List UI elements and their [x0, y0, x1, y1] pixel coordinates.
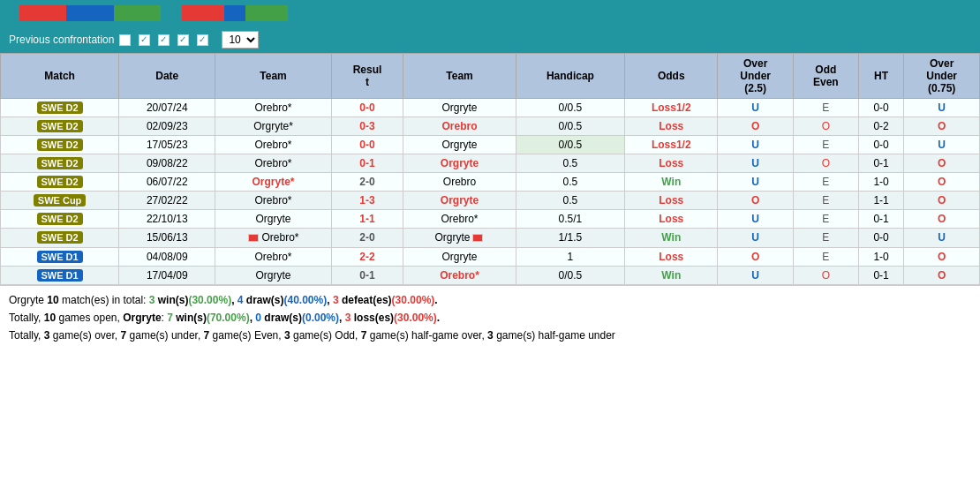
handicap: 0.5/1	[516, 210, 624, 229]
sum-pre1: Orgryte 10 match(es) in total:	[9, 294, 149, 306]
match-date: 27/02/22	[119, 192, 215, 210]
team2-color-bar	[182, 5, 288, 21]
team1-name: Orebro*	[215, 99, 331, 117]
cb2-blue	[224, 5, 245, 21]
match-badge: SWE D2	[1, 154, 119, 173]
summary-line3: Totally, 3 game(s) over, 7 game(s) under…	[9, 327, 971, 344]
filter-row: Previous confrontation 10 20 All	[0, 26, 980, 53]
col-team2: Team	[403, 54, 516, 99]
odds: Loss	[625, 210, 718, 229]
ht-result: 0-1	[858, 154, 904, 173]
table-row: SWE D2 15/06/13 Orebro* 2-0 Orgryte 1/1.…	[1, 229, 980, 248]
odds: Win	[625, 173, 718, 192]
table-row: SWE D2 06/07/22 Orgryte* 2-0 Orebro 0.5 …	[1, 173, 980, 192]
odds: Loss	[625, 117, 718, 136]
table-row: SWE D1 04/08/09 Orebro* 2-2 Orgryte 1 Lo…	[1, 247, 980, 266]
over-under: U	[718, 266, 794, 284]
over-under: O	[718, 117, 794, 136]
match-badge: SWE D2	[1, 117, 119, 136]
match-date: 22/10/13	[119, 210, 215, 229]
ht-result: 0-1	[858, 266, 904, 284]
odd-even: E	[793, 247, 858, 266]
team2-name: Orgryte	[403, 154, 516, 173]
home-ground-filter[interactable]	[119, 34, 133, 46]
cb-green	[114, 5, 161, 21]
col-ht: HT	[858, 54, 904, 99]
int-cf-checkbox[interactable]	[177, 34, 189, 46]
odd-even: O	[793, 154, 858, 173]
team1-name: Orgryte*	[215, 173, 331, 192]
summary-line2: Totally, 10 games open, Orgryte: 7 win(s…	[9, 309, 971, 327]
ht-result: 1-0	[858, 173, 904, 192]
match-badge: SWE D1	[1, 247, 119, 266]
team1-name: Orebro*	[215, 154, 331, 173]
col-handicap: Handicap	[516, 54, 624, 99]
table-row: SWE D1 17/04/09 Orgryte 0-1 Orebro* 0/0.…	[1, 266, 980, 284]
match-badge: SWE D1	[1, 266, 119, 284]
team1-name: Orebro*	[215, 192, 331, 210]
swe-d2-checkbox[interactable]	[197, 34, 208, 46]
over-under2: U	[904, 99, 980, 117]
match-date: 06/07/22	[119, 173, 215, 192]
team1-color-bar	[19, 5, 161, 21]
team1-name: Orebro*	[215, 136, 331, 154]
match-date: 02/09/23	[119, 117, 215, 136]
ht-result: 1-1	[858, 192, 904, 210]
match-result: 0-0	[331, 99, 403, 117]
cb-blue	[66, 5, 113, 21]
team2-name: Orgryte	[403, 192, 516, 210]
swe-d1-filter[interactable]	[139, 34, 153, 46]
summary-line1: Orgryte 10 match(es) in total: 3 win(s)(…	[9, 291, 971, 309]
handicap: 0.5	[516, 173, 624, 192]
swe-d1-checkbox[interactable]	[139, 34, 150, 46]
ht-result: 0-0	[858, 99, 904, 117]
team1-name: Orebro*	[215, 247, 331, 266]
odd-even: E	[793, 210, 858, 229]
match-result: 0-1	[331, 266, 403, 284]
match-result: 1-3	[331, 192, 403, 210]
odd-even: E	[793, 99, 858, 117]
odd-even: O	[793, 266, 858, 284]
team1-name: Orebro*	[215, 229, 331, 248]
table-header-row: Match Date Team Result Team Handicap Odd…	[1, 54, 980, 99]
swe-cup-filter[interactable]	[158, 34, 172, 46]
cb-red	[19, 5, 66, 21]
match-date: 17/04/09	[119, 266, 215, 284]
table-row: SWE D2 22/10/13 Orgryte 1-1 Orebro* 0.5/…	[1, 210, 980, 229]
over-under: O	[718, 247, 794, 266]
over-under: U	[718, 136, 794, 154]
match-result: 0-3	[331, 117, 403, 136]
match-result: 0-1	[331, 154, 403, 173]
over-under2: O	[904, 210, 980, 229]
swe-cup-checkbox[interactable]	[158, 34, 170, 46]
table-row: SWE Cup 27/02/22 Orebro* 1-3 Orgryte 0.5…	[1, 192, 980, 210]
handicap: 0/0.5	[516, 99, 624, 117]
odds: Loss1/2	[625, 99, 718, 117]
match-badge: SWE D2	[1, 210, 119, 229]
table-row: SWE D2 17/05/23 Orebro* 0-0 Orgryte 0/0.…	[1, 136, 980, 154]
team2-name: Orgryte	[403, 247, 516, 266]
table-row: SWE D2 02/09/23 Orgryte* 0-3 Orebro 0/0.…	[1, 117, 980, 136]
handicap: 0.5	[516, 154, 624, 173]
odd-even: E	[793, 136, 858, 154]
int-cf-filter[interactable]	[177, 34, 192, 46]
over-under2: U	[904, 229, 980, 248]
ht-result: 0-0	[858, 229, 904, 248]
header	[0, 0, 980, 26]
over-under2: U	[904, 136, 980, 154]
home-ground-checkbox[interactable]	[119, 34, 131, 46]
match-result: 2-0	[331, 229, 403, 248]
over-under: U	[718, 210, 794, 229]
table-row: SWE D2 20/07/24 Orebro* 0-0 Orgryte 0/0.…	[1, 99, 980, 117]
cb2-red	[182, 5, 224, 21]
swe-d2-filter[interactable]	[197, 34, 211, 46]
odds: Loss	[625, 154, 718, 173]
match-result: 0-0	[331, 136, 403, 154]
last-select[interactable]: 10 20 All	[222, 31, 259, 49]
match-date: 17/05/23	[119, 136, 215, 154]
team1-name: Orgryte	[215, 266, 331, 284]
over-under: U	[718, 99, 794, 117]
match-badge: SWE Cup	[1, 192, 119, 210]
team2-name: Orgryte	[403, 99, 516, 117]
team1-name: Orgryte	[215, 210, 331, 229]
